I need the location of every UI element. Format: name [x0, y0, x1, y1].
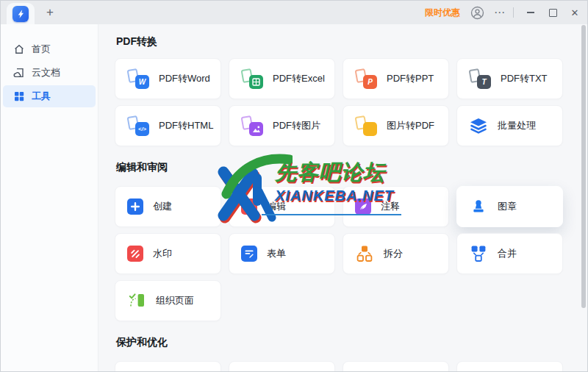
more-menu-button[interactable]: ⋯ — [494, 6, 506, 19]
tool-label: 编辑 — [267, 200, 286, 213]
tool-label: 合并 — [498, 247, 517, 260]
app-window: + 限时优惠 ⋯ ✕ 首页 — [0, 0, 588, 372]
tool-grid-edit-review: 创建 编辑 注释 — [115, 186, 572, 321]
pdf-to-ppt-icon: P — [355, 69, 377, 89]
cloud-doc-icon — [13, 67, 25, 79]
tool-card-batch-process[interactable]: 批量处理 — [456, 105, 563, 146]
tool-card-merge[interactable]: 合并 — [456, 233, 563, 274]
tool-card-pdf-to-excel[interactable]: PDF转Excel — [229, 58, 335, 99]
image-to-pdf-icon — [355, 116, 377, 136]
tool-label: PDF转PPT — [387, 72, 434, 85]
sidebar-item-tools[interactable]: 工具 — [3, 85, 96, 107]
maximize-button[interactable] — [543, 3, 562, 22]
tools-grid-icon — [13, 90, 25, 102]
merge-icon — [469, 245, 488, 262]
tool-card-stub[interactable] — [229, 361, 335, 371]
tool-label: 组织页面 — [156, 294, 194, 307]
tool-label: PDF转TXT — [501, 72, 548, 85]
tool-label: 表单 — [267, 247, 286, 260]
sidebar-item-label: 工具 — [32, 90, 51, 103]
tool-card-watermark[interactable]: 水印 — [115, 233, 221, 274]
tool-card-pdf-to-word[interactable]: W PDF转Word — [115, 58, 221, 99]
tool-card-annotate[interactable]: 注释 — [343, 186, 449, 227]
pdf-to-image-icon — [241, 116, 263, 136]
sidebar: 首页 云文档 工具 — [1, 24, 98, 371]
tool-grid-protect-optimize — [115, 361, 572, 371]
minimize-button[interactable] — [521, 3, 540, 22]
tool-card-stamp[interactable]: 图章 — [456, 186, 563, 227]
watermark-icon — [127, 246, 143, 262]
tool-card-pdf-to-ppt[interactable]: P PDF转PPT — [343, 58, 449, 99]
split-icon — [355, 245, 374, 262]
annotate-icon — [355, 198, 371, 215]
tool-card-pdf-to-image[interactable]: PDF转图片 — [229, 105, 335, 146]
pdf-to-html-icon: </> — [127, 116, 149, 136]
pdf-to-txt-icon: T — [469, 69, 491, 89]
tool-card-edit[interactable]: 编辑 — [229, 186, 335, 227]
tool-card-pdf-to-html[interactable]: </> PDF转HTML — [115, 105, 221, 146]
tool-card-stub[interactable] — [343, 361, 449, 371]
tool-label: PDF转Excel — [273, 72, 325, 85]
vertical-scrollbar-thumb[interactable] — [581, 25, 586, 308]
organize-pages-icon — [127, 292, 146, 310]
tool-card-create[interactable]: 创建 — [115, 186, 221, 227]
stamp-icon — [469, 198, 488, 215]
section-title-protect-optimize: 保护和优化 — [116, 335, 587, 349]
tool-card-stub[interactable] — [456, 361, 563, 371]
sidebar-item-label: 云文档 — [32, 66, 60, 79]
tool-grid-pdf-convert: W PDF转Word PDF转Excel P PDF转PPT — [115, 58, 572, 146]
tool-card-stub[interactable] — [115, 361, 221, 371]
tool-label: 批量处理 — [498, 119, 536, 132]
titlebar-divider — [513, 7, 514, 18]
close-button[interactable]: ✕ — [565, 3, 584, 22]
app-tab[interactable] — [7, 3, 35, 24]
section-title-edit-review: 编辑和审阅 — [116, 160, 587, 174]
tool-label: 拆分 — [384, 247, 403, 260]
home-icon — [13, 43, 25, 55]
minimize-icon — [527, 12, 534, 13]
tools-page: PDF转换 W PDF转Word PDF转Excel — [98, 24, 587, 371]
edit-icon — [241, 198, 257, 215]
pdf-to-word-icon: W — [127, 69, 149, 89]
tool-card-organize-pages[interactable]: 组织页面 — [115, 280, 221, 321]
tool-card-forms[interactable]: 表单 — [229, 233, 335, 274]
pdf-to-excel-icon — [241, 69, 263, 89]
sidebar-item-home[interactable]: 首页 — [3, 38, 96, 60]
tool-card-image-to-pdf[interactable]: 图片转PDF — [343, 105, 449, 146]
tool-label: 图片转PDF — [387, 119, 434, 132]
create-icon — [127, 198, 143, 215]
avatar-icon[interactable] — [470, 5, 484, 20]
titlebar: + 限时优惠 ⋯ ✕ — [1, 1, 587, 24]
tool-label: 注释 — [381, 200, 400, 213]
tool-card-split[interactable]: 拆分 — [343, 233, 449, 274]
new-tab-button[interactable]: + — [42, 4, 58, 21]
forms-icon — [241, 246, 257, 262]
tool-card-pdf-to-txt[interactable]: T PDF转TXT — [456, 58, 563, 99]
section-title-pdf-convert: PDF转换 — [116, 34, 587, 49]
tool-label: 水印 — [153, 247, 172, 260]
app-logo-icon — [12, 6, 29, 22]
sidebar-item-cloud-docs[interactable]: 云文档 — [3, 62, 96, 84]
tool-label: 创建 — [153, 200, 172, 213]
promo-link[interactable]: 限时优惠 — [425, 7, 460, 19]
sidebar-item-label: 首页 — [32, 43, 51, 56]
batch-process-icon — [469, 118, 488, 134]
tool-label: 图章 — [498, 200, 517, 213]
tool-label: PDF转Word — [159, 72, 210, 85]
maximize-icon — [549, 9, 557, 17]
tool-label: PDF转图片 — [273, 119, 320, 132]
tool-label: PDF转HTML — [159, 119, 213, 132]
